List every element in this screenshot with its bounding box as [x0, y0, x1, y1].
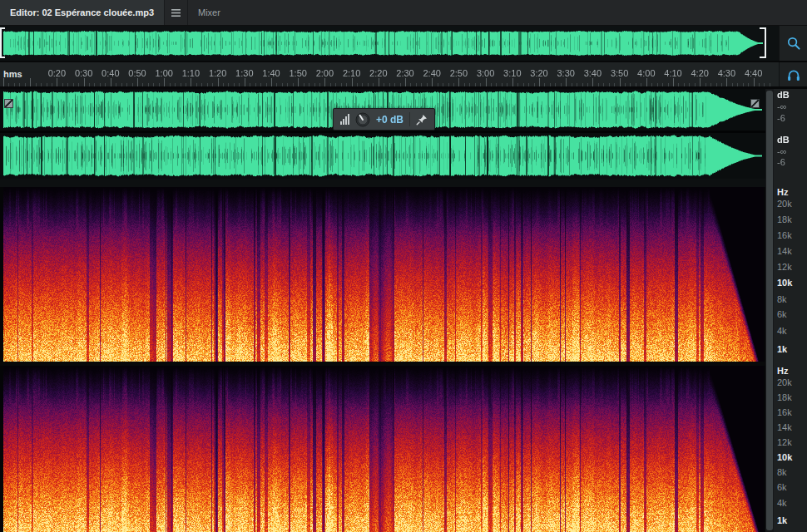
section-divider: [0, 179, 765, 187]
scale-column: dB-∞-6 dB-∞-6 Hz20k18k16k14k12k10k8k6k4k…: [774, 89, 807, 532]
scale-label: 14k: [777, 246, 792, 256]
clip-gain-hud[interactable]: +0 dB: [333, 108, 435, 131]
ruler-time-label: 4:40: [745, 68, 762, 78]
scale-label: 10k: [777, 452, 792, 462]
ruler-time-label: 1:00: [155, 68, 172, 78]
zoom-button[interactable]: [784, 33, 804, 53]
amplitude-scale-left[interactable]: dB-∞-6: [774, 89, 807, 131]
overview-strip: [0, 26, 807, 62]
mixer-tab-label: Mixer: [198, 7, 220, 17]
scale-label: 16k: [777, 230, 792, 240]
ruler-time-label: 0:30: [75, 68, 92, 78]
ruler-time-label: 0:20: [48, 68, 66, 78]
ruler-time-label: 2:00: [316, 68, 334, 78]
ruler-time-label: 3:10: [503, 68, 521, 78]
ruler-rail: [779, 62, 807, 86]
scale-label: 20k: [777, 377, 792, 387]
scale-label: 4k: [777, 498, 787, 508]
frequency-scale-left[interactable]: Hz20k18k16k14k12k10k8k6k4k1k: [774, 187, 807, 362]
overview-navigator[interactable]: [0, 26, 779, 61]
ruler-time-label: 1:10: [182, 68, 200, 78]
ruler-time-label: 4:00: [637, 68, 655, 78]
scale-label: 6k: [777, 482, 787, 492]
editor-tab-label: Editor: 02 Espérance clouée.mp3: [10, 7, 154, 17]
scale-label: dB: [777, 90, 790, 100]
scale-label: 1k: [777, 344, 787, 354]
ruler-time-label: 2:40: [423, 68, 440, 78]
ruler-time-label: 2:30: [396, 68, 413, 78]
spectrogram-right-channel[interactable]: [0, 366, 765, 532]
monitor-button[interactable]: [784, 65, 804, 85]
scale-label: 8k: [777, 294, 787, 304]
scale-label: 20k: [777, 199, 792, 209]
scale-label: -∞: [777, 101, 787, 111]
scale-label: Hz: [777, 366, 788, 376]
scale-label: 18k: [777, 392, 792, 402]
menu-icon: [171, 9, 181, 17]
ruler-time-label: 4:30: [718, 68, 735, 78]
ruler-content: hms 0:200:300:400:501:001:101:201:301:40…: [0, 62, 779, 86]
ruler-time-label: 3:50: [611, 68, 628, 78]
ruler-time-label: 3:20: [530, 68, 547, 78]
scale-label: dB: [777, 135, 790, 145]
scale-label: 16k: [777, 407, 792, 417]
scale-label: Hz: [777, 187, 788, 197]
scale-label: 12k: [777, 262, 792, 272]
ruler-time-label: 1:30: [235, 68, 253, 78]
ruler-time-label: 2:50: [450, 68, 468, 78]
knob-icon: [355, 112, 370, 127]
range-end-handle[interactable]: [760, 27, 766, 58]
hud-divider: [409, 112, 410, 126]
panel-menu-button[interactable]: [165, 0, 188, 25]
vertical-scrollbar[interactable]: [765, 89, 774, 532]
ruler-time-label: 4:20: [691, 68, 708, 78]
ruler-time-label: 3:00: [477, 68, 494, 78]
fade-in-handle[interactable]: [4, 99, 13, 108]
overview-waveform-canvas[interactable]: [2, 29, 780, 57]
audition-editor-window: Editor: 02 Espérance clouée.mp3 Mixer: [0, 0, 807, 532]
fade-out-handle[interactable]: [750, 99, 760, 108]
timeline-ruler[interactable]: hms 0:200:300:400:501:001:101:201:301:40…: [0, 62, 807, 89]
scale-label: 18k: [777, 214, 792, 224]
scale-label: 6k: [777, 309, 787, 319]
scale-label: 14k: [777, 422, 792, 432]
headphones-icon: [786, 67, 801, 82]
volume-meter-icon: [340, 114, 349, 125]
scale-label: 12k: [777, 437, 792, 447]
ruler-time-label: 1:20: [209, 68, 226, 78]
ruler-time-label: 4:10: [664, 68, 681, 78]
ruler-labels: 0:200:300:400:501:001:101:201:301:401:50…: [0, 62, 774, 86]
ruler-time-label: 3:30: [557, 68, 574, 78]
amplitude-scale-right[interactable]: dB-∞-6: [774, 133, 807, 179]
frequency-scale-right[interactable]: Hz20k18k16k14k12k10k8k6k4k1k: [774, 366, 807, 532]
scrollbar-thumb[interactable]: [766, 91, 773, 530]
scale-label: 8k: [777, 467, 787, 477]
range-start-handle[interactable]: [0, 27, 5, 58]
ruler-time-label: 0:50: [128, 68, 146, 78]
ruler-time-label: 0:40: [101, 68, 119, 78]
scale-label: -6: [777, 113, 785, 123]
zoom-icon: [786, 36, 801, 51]
scale-label: -∞: [777, 146, 787, 156]
scale-label: -6: [777, 157, 785, 167]
waveform-right-channel[interactable]: [0, 133, 765, 179]
tab-editor[interactable]: Editor: 02 Espérance clouée.mp3: [0, 0, 165, 25]
scale-label: 10k: [777, 278, 792, 288]
overview-rail: [779, 26, 807, 61]
pin-button[interactable]: [416, 114, 428, 126]
ruler-time-label: 1:50: [289, 68, 306, 78]
gain-value: +0 dB: [376, 114, 404, 126]
tab-mixer[interactable]: Mixer: [188, 0, 230, 25]
scale-label: 1k: [777, 515, 787, 525]
panel-tab-bar: Editor: 02 Espérance clouée.mp3 Mixer: [0, 0, 807, 26]
ruler-time-label: 1:40: [262, 68, 280, 78]
ruler-time-label: 3:40: [584, 68, 602, 78]
ruler-time-label: 2:10: [343, 68, 360, 78]
pin-icon: [416, 114, 428, 126]
scale-label: 4k: [777, 326, 787, 336]
ruler-time-label: 2:20: [369, 68, 387, 78]
gain-knob[interactable]: [355, 112, 370, 127]
spectrogram-left-channel[interactable]: [0, 187, 765, 362]
